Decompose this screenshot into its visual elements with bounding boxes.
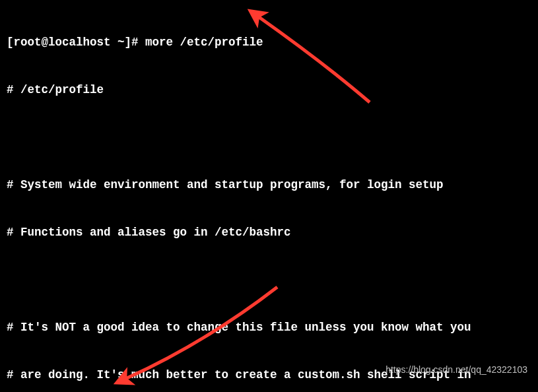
file-line — [7, 129, 478, 145]
file-line — [7, 272, 478, 288]
file-line: # Functions and aliases go in /etc/bashr… — [7, 224, 478, 240]
watermark-text: https://blog.csdn.net/qq_42322103 — [386, 362, 527, 377]
prompt-line: [root@localhost ~]# more /etc/profile — [7, 34, 478, 50]
terminal-output: [root@localhost ~]# more /etc/profile # … — [7, 3, 478, 392]
file-line: # System wide environment and startup pr… — [7, 177, 478, 193]
file-line: # It's NOT a good idea to change this fi… — [7, 319, 478, 335]
file-line: # /etc/profile — [7, 82, 478, 98]
